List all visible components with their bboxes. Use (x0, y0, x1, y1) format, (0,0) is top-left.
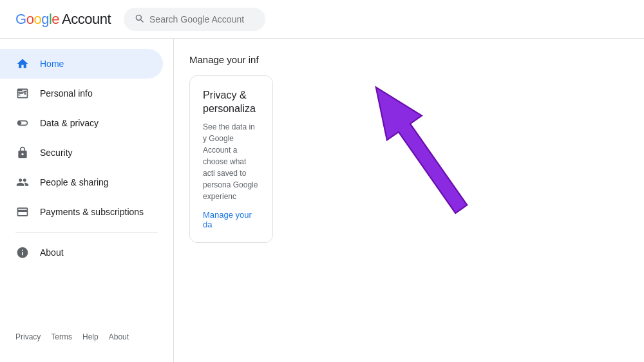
sidebar-item-home-label: Home (40, 59, 64, 69)
payment-icon (15, 205, 30, 219)
sidebar-footer: Privacy Terms Help About (0, 322, 173, 352)
search-icon (134, 13, 144, 26)
account-label: Account (62, 11, 111, 28)
google-account-logo: Google Account (15, 11, 111, 28)
sidebar-item-security-label: Security (40, 148, 73, 158)
sidebar-item-home[interactable]: Home (0, 49, 163, 79)
person-icon (15, 86, 30, 100)
google-wordmark: Google (15, 11, 59, 28)
sidebar-item-data-privacy[interactable]: Data & privacy (0, 108, 163, 138)
people-icon (15, 175, 30, 189)
sidebar-item-security[interactable]: Security (0, 138, 163, 167)
content-title: Manage your inf (189, 54, 629, 65)
arrow-annotation (348, 64, 489, 232)
sidebar-item-personal-info-label: Personal info (40, 88, 93, 99)
footer-link-help[interactable]: Help (82, 332, 99, 341)
footer-link-terms[interactable]: Terms (51, 332, 72, 341)
footer-link-privacy[interactable]: Privacy (15, 332, 41, 341)
nav-divider (15, 232, 158, 233)
sidebar-item-about[interactable]: About (0, 238, 163, 267)
home-icon (15, 57, 30, 71)
sidebar-item-people-sharing-label: People & sharing (40, 177, 109, 187)
info-icon (15, 245, 30, 260)
sidebar-item-about-label: About (40, 247, 64, 258)
privacy-card: Privacy & personaliza See the data in y … (189, 75, 273, 243)
header: Google Account (0, 0, 644, 39)
sidebar: Home Personal info (0, 39, 174, 362)
footer-link-about[interactable]: About (109, 332, 129, 341)
sidebar-item-personal-info[interactable]: Personal info (0, 79, 163, 108)
search-input[interactable] (149, 14, 252, 24)
sidebar-item-data-privacy-label: Data & privacy (40, 118, 99, 128)
lock-icon (15, 146, 30, 160)
card-title: Privacy & personaliza (203, 89, 260, 116)
main-content: Manage your inf Privacy & personaliza Se… (174, 39, 644, 362)
sidebar-item-payments[interactable]: Payments & subscriptions (0, 197, 163, 227)
main-layout: Home Personal info (0, 39, 644, 362)
nav-items: Home Personal info (0, 49, 173, 322)
card-link[interactable]: Manage your da (203, 210, 252, 229)
toggle-icon (15, 116, 30, 130)
card-description: See the data in y Google Account a choos… (203, 121, 260, 202)
search-bar[interactable] (124, 8, 265, 31)
sidebar-item-payments-label: Payments & subscriptions (40, 207, 144, 217)
sidebar-item-people-sharing[interactable]: People & sharing (0, 167, 163, 197)
svg-marker-6 (359, 75, 479, 221)
